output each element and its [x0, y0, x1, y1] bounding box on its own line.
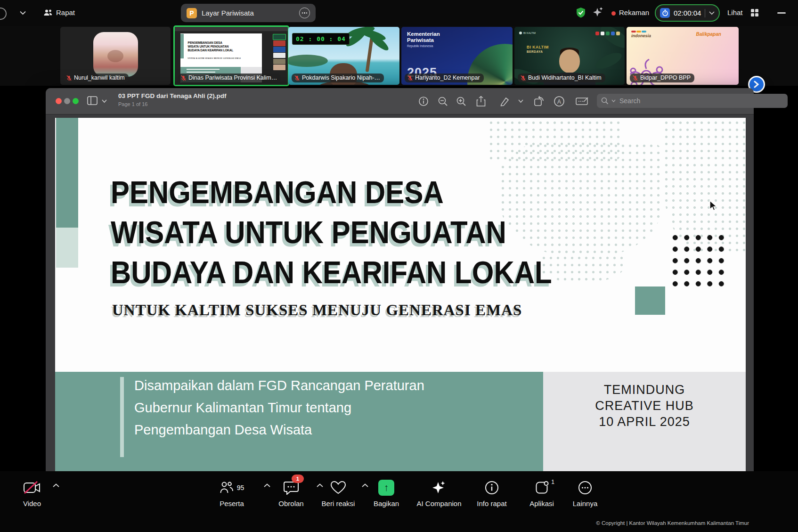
- slide-left-bar-dark: [56, 118, 78, 228]
- page-indicator: Page 1 of 16: [118, 101, 147, 107]
- ai-sparkle-icon[interactable]: [593, 7, 604, 19]
- meeting-info-label: Info rapat: [477, 499, 506, 507]
- wonderful-indonesia-logo: indonesia: [631, 31, 651, 38]
- mouse-cursor: [709, 200, 718, 212]
- share-screen-label: Bagikan: [374, 499, 399, 507]
- svg-text:A: A: [557, 98, 561, 105]
- slide-accent-bar: [120, 377, 124, 457]
- participant-tile-budi[interactable]: BI KALTIM BI KALTIMBERDAYA Budi Widihart…: [514, 27, 625, 85]
- bi-kaltim-logo: BI KALTIMBERDAYA: [527, 45, 549, 54]
- chat-badge: 1: [292, 475, 304, 483]
- search-icon: [601, 97, 609, 105]
- minimize-window-button[interactable]: [64, 98, 70, 104]
- participants-label: Peserta: [220, 499, 244, 507]
- document-title: 03 PPT FGD dari Tenaga Ahli (2).pdf: [118, 92, 227, 99]
- timer-chevron-icon[interactable]: [709, 11, 715, 15]
- more-control[interactable]: Lainnya: [550, 478, 620, 507]
- balikpapan-logo: Balikpapan: [696, 32, 721, 37]
- meeting-top-bar: Rapat P Layar Pariwisata Rekaman 02:00:0…: [0, 0, 798, 26]
- share-screen-icon: ↑: [378, 480, 394, 496]
- shared-app-title: Layar Pariwisata: [202, 9, 254, 17]
- highlight-chevron-icon[interactable]: [516, 95, 525, 108]
- slide-left-bar-pale: [56, 228, 78, 268]
- virtual-bg-logo-small: BI KALTIM: [519, 32, 536, 34]
- highlight-icon[interactable]: [498, 95, 512, 108]
- reactions-label: Beri reaksi: [322, 499, 355, 507]
- participant-tile-bidpar[interactable]: indonesia Balikpapan Bidpar_DPPO BPP: [627, 27, 739, 85]
- chat-label: Obrolan: [278, 499, 303, 507]
- meeting-control-bar: Video 95 Peserta 1 Obrolan Beri reaksi ↑…: [0, 471, 798, 532]
- participant-strip: Nurul_kanwil kaltim PENGEMBANGAN DESAWIS…: [0, 26, 798, 86]
- participant-tile-nurul[interactable]: Nurul_kanwil kaltim: [60, 27, 171, 85]
- minimize-icon[interactable]: [777, 12, 786, 14]
- shared-app-pill[interactable]: P Layar Pariwisata: [181, 4, 316, 22]
- video-control[interactable]: Video: [0, 478, 67, 507]
- video-label: Video: [23, 499, 41, 507]
- camera-off-icon: [23, 481, 41, 494]
- fill-form-icon[interactable]: [576, 95, 589, 108]
- virtual-bg-icons: [595, 32, 620, 35]
- pdf-page-slide: PENGEMBANGAN DESA WISATA UNTUK PENGUATAN…: [55, 118, 746, 477]
- mic-muted-icon: [520, 75, 526, 81]
- green-square-decoration: [635, 286, 665, 315]
- participant-name: Budi Widihartanto_BI Kaltim: [528, 74, 602, 81]
- recording-dot-icon: [611, 11, 616, 16]
- participant-tile-dinas-pariwisata[interactable]: PENGEMBANGAN DESAWISATA UNTUK PENGUATANB…: [173, 25, 289, 86]
- chevron-down-icon[interactable]: [20, 11, 26, 15]
- dot-pattern-decoration: [540, 254, 623, 283]
- mic-muted-icon: [294, 75, 300, 81]
- meeting-people-icon: [43, 8, 53, 17]
- pdf-titlebar[interactable]: 03 PPT FGD dari Tenaga Ahli (2).pdf Page…: [46, 88, 754, 115]
- zoom-in-icon[interactable]: [455, 95, 468, 108]
- markup-icon[interactable]: A: [553, 95, 566, 108]
- security-shield-icon[interactable]: [576, 7, 586, 18]
- chevron-right-icon: [754, 81, 759, 88]
- meeting-timer: 02:00:04: [674, 9, 701, 17]
- view-label[interactable]: Lihat: [727, 8, 743, 16]
- share-icon[interactable]: [474, 95, 488, 108]
- slide-title: PENGEMBANGAN DESA WISATA UNTUK PENGUATAN…: [111, 172, 552, 293]
- close-window-button[interactable]: [56, 98, 62, 104]
- rotate-icon[interactable]: [533, 95, 546, 108]
- avatar: [93, 32, 138, 77]
- participant-tile-hariyanto[interactable]: KementerianPariwisata Republik Indonesia…: [401, 27, 513, 85]
- participants-count: 95: [237, 484, 244, 491]
- sidebar-chevron-icon[interactable]: [102, 99, 107, 103]
- participant-name: Dinas Pariwisata Provinsi Kalim…: [188, 74, 277, 81]
- zoom-out-icon[interactable]: [436, 95, 449, 108]
- meeting-timer-pill[interactable]: 02:00:04: [655, 4, 720, 22]
- mic-muted-icon: [407, 75, 413, 81]
- participant-tile-pokdarwis[interactable]: 02 : 00 : 04 Pokdarwis Sipakario Nipah-…: [288, 27, 399, 85]
- zoom-window-button[interactable]: [73, 98, 79, 104]
- black-dot-grid-decoration: [667, 229, 725, 286]
- meeting-info-icon: [485, 481, 499, 495]
- video-options-chevron-icon[interactable]: [53, 483, 59, 488]
- view-layout-icon[interactable]: [751, 9, 758, 16]
- mic-muted-icon: [180, 75, 187, 81]
- heart-icon: [330, 481, 346, 495]
- participant-name: Bidpar_DPPO BPP: [640, 74, 691, 81]
- more-icon: [578, 481, 592, 495]
- slide-description: Disampaikan dalam FGD Rancangan Peratura…: [134, 375, 424, 441]
- app-edge-icon: [0, 8, 7, 20]
- slide-venue: TEMINDUNG CREATIVE HUB 10 APRIL 2025: [543, 382, 746, 430]
- participant-name: Hariyanto_D2 Kemenpar: [415, 74, 480, 81]
- info-icon[interactable]: [417, 95, 430, 108]
- meeting-label: Rapat: [56, 8, 75, 16]
- shared-app-initial-badge: P: [187, 8, 197, 18]
- pdf-search-field[interactable]: [597, 94, 788, 108]
- stopwatch-icon: [660, 8, 670, 18]
- ai-companion-label: AI Companion: [416, 499, 461, 507]
- screen-timer-overlay: 02 : 00 : 04: [292, 33, 350, 45]
- share-options-icon[interactable]: [299, 8, 310, 18]
- copyright-text: © Copyright | Kantor Wilayah Kemenkumham…: [596, 520, 749, 526]
- slide-subtitle: UNTUK KALTIM SUKSES MENUJU GENERASI EMAS: [112, 302, 522, 319]
- search-scope-chevron-icon[interactable]: [611, 99, 616, 103]
- sidebar-toggle-icon[interactable]: [87, 96, 98, 106]
- ai-companion-icon: [432, 480, 447, 495]
- search-input[interactable]: [619, 97, 783, 105]
- mic-muted-icon: [66, 75, 72, 81]
- apps-icon: [535, 481, 549, 495]
- more-label: Lainnya: [573, 499, 598, 507]
- mic-muted-icon: [632, 75, 638, 81]
